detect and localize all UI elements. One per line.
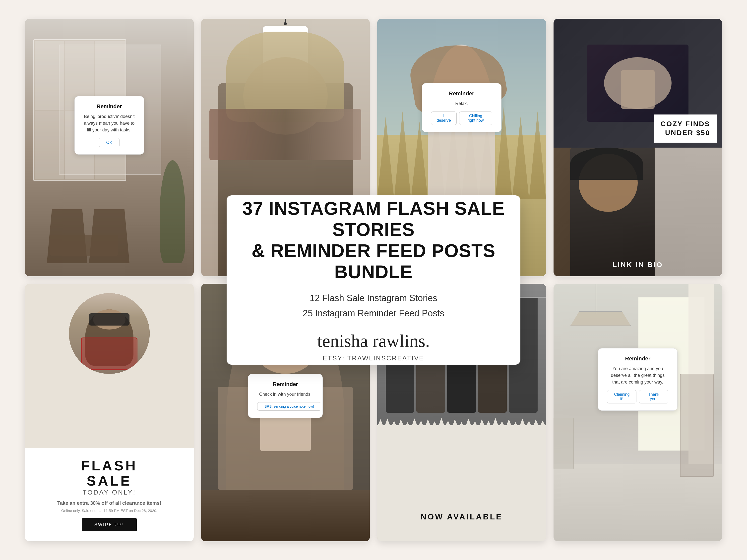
flash-subtitle: TODAY ONLY! <box>35 488 184 496</box>
reminder-title-6: Reminder <box>257 381 313 388</box>
card-cafe-reminder: Reminder Being 'productive' doesn't alwa… <box>25 19 194 276</box>
reminder-dialog-1: Reminder Being 'productive' doesn't alwa… <box>74 96 144 155</box>
reminder-title-3: Reminder <box>431 90 492 97</box>
swipe-up-button[interactable]: SWIPE UP! <box>82 518 137 531</box>
reminder-text-1: Being 'productive' doesn't always mean y… <box>84 113 135 133</box>
card4-top-image: COZY FINDS UNDER $50 <box>553 19 722 148</box>
center-overlay: 37 INSTAGRAM FLASH SALE STORIES & REMIND… <box>227 195 520 365</box>
ok-button-1[interactable]: OK <box>99 138 120 148</box>
link-in-bio: LINK IN BIO <box>553 261 722 269</box>
etsy-label: ETSY: TRAWLINSCREATIVE <box>323 354 424 362</box>
reminder-text-6: Check in with your friends. <box>257 391 313 398</box>
flash-sale-title: FLASH SALE <box>35 458 184 488</box>
flash-text-area: FLASH SALE TODAY ONLY! Take an extra 30%… <box>25 448 194 541</box>
flash-desc: Take an extra 30% off of all clearance i… <box>35 500 184 506</box>
voice-note-button[interactable]: BRB, sending a voice note now! <box>257 402 321 411</box>
circle-photo <box>67 291 152 376</box>
bedroom-background <box>553 284 722 541</box>
signature: tenisha rawlins. <box>317 331 430 351</box>
main-container: Reminder Being 'productive' doesn't alwa… <box>25 19 722 541</box>
i-deserve-button[interactable]: I deserve <box>431 111 457 125</box>
reminder-buttons-3: I deserve Chilling right now <box>431 111 492 125</box>
reminder-dialog-3: Reminder Relax. I deserve Chilling right… <box>422 83 501 132</box>
reminder-title-8: Reminder <box>607 355 668 362</box>
cozy-text-box: COZY FINDS UNDER $50 <box>653 114 717 142</box>
main-title: 37 INSTAGRAM FLASH SALE STORIES & REMIND… <box>241 198 506 283</box>
cozy-title: COZY FINDS UNDER $50 <box>661 119 710 138</box>
reminder-buttons-8: Claiming it! Thank you! <box>607 390 668 403</box>
card-flash-sale: FLASH SALE TODAY ONLY! Take an extra 30%… <box>25 284 194 541</box>
claiming-button[interactable]: Claiming it! <box>607 390 637 403</box>
card-cozy-finds: COZY FINDS UNDER $50 LINK IN BIO <box>553 19 722 276</box>
reminder-text-3: Relax. <box>431 100 492 107</box>
card-reminder-amazing: Reminder You are amazing and you deserve… <box>553 284 722 541</box>
thankyou-button[interactable]: Thank you! <box>639 390 668 403</box>
flash-small-text: Online only. Sale ends at 11:59 PM EST o… <box>35 508 184 513</box>
reminder-title-1: Reminder <box>84 103 135 110</box>
now-available-text: NOW AVAILABLE <box>377 512 546 522</box>
reminder-text-8: You are amazing and you deserve all the … <box>607 365 668 385</box>
reminder-dialog-8: Reminder You are amazing and you deserve… <box>598 348 677 411</box>
sub-text: 12 Flash Sale Instagram Stories 25 Insta… <box>303 290 444 321</box>
flash-background: FLASH SALE TODAY ONLY! Take an extra 30%… <box>25 284 194 541</box>
reminder-dialog-6: Reminder Check in with your friends. BRB… <box>248 374 323 418</box>
chilling-button[interactable]: Chilling right now <box>459 111 492 125</box>
card4-bottom-image: LINK IN BIO <box>553 148 722 276</box>
